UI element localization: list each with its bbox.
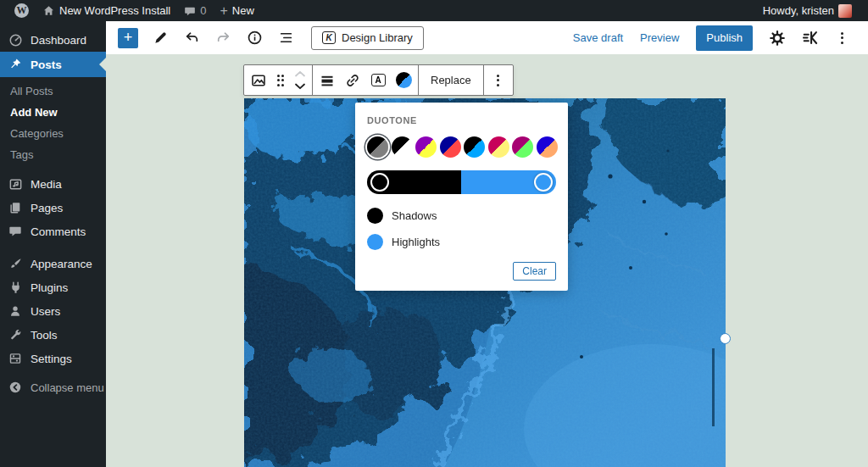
sidebar-item-appearance[interactable]: Appearance — [0, 252, 106, 275]
duotone-swatch[interactable] — [488, 136, 509, 158]
duotone-gradient-slider[interactable] — [367, 170, 556, 194]
sidebar-label: Pages — [31, 202, 63, 214]
details-info-button[interactable] — [242, 25, 267, 51]
wp-logo-menu[interactable]: W — [8, 0, 35, 21]
sidebar-label: Tools — [31, 329, 58, 342]
sidebar-item-media[interactable]: Media — [0, 172, 106, 196]
posts-submenu: All Posts Add New Categories Tags — [0, 77, 106, 172]
shadow-stop-handle[interactable] — [370, 173, 389, 192]
drag-dots-icon — [277, 75, 285, 86]
block-toolbar-group-more — [484, 65, 513, 95]
new-content-menu[interactable]: + New — [214, 0, 259, 21]
duotone-swatch[interactable] — [415, 136, 437, 158]
undo-button[interactable] — [179, 25, 204, 51]
submenu-all-posts[interactable]: All Posts — [0, 81, 106, 102]
duotone-swatch-row — [367, 136, 556, 158]
sidebar-item-settings[interactable]: Settings — [0, 347, 106, 370]
media-icon — [8, 176, 23, 192]
dashboard-icon — [8, 32, 23, 47]
options-kebab-button[interactable] — [829, 25, 854, 51]
settings-gear-button[interactable] — [765, 25, 790, 51]
block-toolbar-group-format: A — [313, 65, 419, 95]
site-name-link[interactable]: New WordPress Install — [36, 0, 176, 21]
sidebar-item-tools[interactable]: Tools — [0, 323, 106, 347]
editor-header: + K Design Library Save draft Preview Pu… — [106, 21, 868, 54]
edit-mode-pencil-button[interactable] — [147, 25, 173, 51]
design-library-button[interactable]: K Design Library — [311, 26, 424, 50]
design-library-label: Design Library — [342, 31, 413, 44]
block-options-kebab-button[interactable] — [486, 66, 511, 94]
drag-handle[interactable] — [271, 66, 290, 94]
move-up-button[interactable] — [290, 68, 310, 80]
howdy-text: Howdy, kristen — [763, 4, 834, 17]
redo-button[interactable] — [210, 25, 236, 51]
comments-admin-link[interactable]: 0 — [178, 0, 212, 21]
submenu-categories[interactable]: Categories — [0, 123, 106, 144]
comments-icon — [8, 224, 23, 239]
highlights-label: Highlights — [392, 236, 440, 248]
sidebar-item-posts[interactable]: Posts — [0, 52, 106, 77]
comment-bubble-icon — [184, 5, 196, 17]
howdy-account-menu[interactable]: Howdy, kristen — [757, 4, 858, 18]
sidebar-item-pages[interactable]: Pages — [0, 196, 106, 220]
image-block-type-button[interactable] — [246, 66, 271, 94]
kebab-icon — [497, 75, 499, 86]
duotone-swatch[interactable] — [367, 136, 388, 158]
pushpin-icon — [8, 57, 23, 72]
submenu-tags[interactable]: Tags — [0, 144, 106, 165]
pages-icon — [8, 200, 23, 215]
sidebar-label: Appearance — [31, 258, 92, 270]
collapse-menu-button[interactable]: Collapse menu — [0, 375, 106, 399]
new-label: New — [232, 4, 254, 17]
block-toolbar-group-main — [244, 65, 313, 95]
wordpress-logo-icon: W — [14, 3, 29, 18]
sidebar-item-plugins[interactable]: Plugins — [0, 275, 106, 299]
duotone-swatch[interactable] — [512, 136, 533, 158]
collapse-label: Collapse menu — [31, 381, 104, 394]
block-inserter-button[interactable]: + — [118, 28, 138, 48]
submenu-add-new[interactable]: Add New — [0, 102, 106, 123]
sidebar-item-comments[interactable]: Comments — [0, 220, 106, 243]
save-draft-button[interactable]: Save draft — [568, 28, 628, 47]
highlights-color-row[interactable]: Highlights — [367, 234, 556, 250]
duotone-swatch[interactable] — [440, 136, 461, 158]
user-avatar — [838, 4, 852, 18]
home-icon — [42, 4, 55, 17]
clear-duotone-button[interactable]: Clear — [513, 262, 556, 281]
sidebar-label: Media — [31, 178, 62, 191]
menu-separator — [0, 243, 106, 252]
duotone-swatch[interactable] — [464, 136, 485, 158]
link-button[interactable] — [340, 66, 365, 94]
shadows-color-row[interactable]: Shadows — [367, 208, 556, 224]
highlight-stop-handle[interactable] — [534, 173, 553, 192]
replace-button[interactable]: Replace — [420, 66, 481, 94]
sidebar-item-dashboard[interactable]: Dashboard — [0, 28, 106, 52]
kadence-settings-button[interactable] — [797, 25, 822, 51]
sidebar-label: Comments — [31, 225, 86, 238]
duotone-swatch[interactable] — [537, 136, 558, 158]
text-overlay-button[interactable]: A — [365, 66, 391, 94]
block-toolbar-group-replace: Replace — [419, 65, 484, 95]
sidebar-label: Users — [31, 305, 60, 318]
sidebar-label: Settings — [31, 353, 72, 365]
image-resize-handle[interactable] — [720, 333, 731, 344]
list-view-button[interactable] — [273, 25, 298, 51]
wrench-icon — [8, 327, 23, 342]
publish-button[interactable]: Publish — [696, 25, 753, 51]
alignment-button[interactable] — [314, 66, 340, 94]
text-overlay-icon: A — [371, 74, 386, 86]
duotone-filter-button[interactable] — [391, 66, 416, 94]
preview-button[interactable]: Preview — [635, 28, 684, 47]
sidebar-item-users[interactable]: Users — [0, 299, 106, 323]
settings-icon — [8, 351, 23, 366]
block-movers — [290, 68, 310, 92]
kebab-icon — [841, 32, 843, 44]
admin-sidebar: Dashboard Posts All Posts Add New Catego… — [0, 21, 106, 467]
collapse-arrow-icon — [8, 380, 23, 395]
user-icon — [8, 303, 23, 319]
sidebar-label: Posts — [31, 58, 62, 71]
shadow-color-chip — [367, 208, 383, 224]
move-down-button[interactable] — [290, 81, 310, 92]
duotone-swatch[interactable] — [392, 136, 413, 158]
duotone-title: DUOTONE — [367, 115, 556, 125]
